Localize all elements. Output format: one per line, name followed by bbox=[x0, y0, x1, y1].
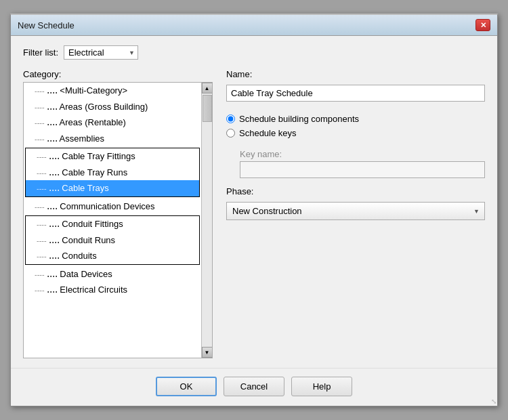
key-name-input[interactable] bbox=[240, 161, 485, 178]
radio-keys[interactable] bbox=[226, 129, 235, 138]
scroll-up-button[interactable]: ▲ bbox=[202, 83, 213, 93]
list-item-cable-tray-runs[interactable]: ․․․․ Cable Tray Runs bbox=[26, 165, 199, 181]
title-bar: New Schedule ✕ bbox=[11, 15, 497, 36]
filter-row: Filter list: Electrical Architecture Str… bbox=[23, 45, 485, 60]
ok-button[interactable]: OK bbox=[156, 377, 217, 396]
category-list[interactable]: ․․․․ <Multi-Category> ․․․․ Areas (Gross … bbox=[24, 83, 201, 358]
footer: OK Cancel Help bbox=[11, 368, 497, 406]
list-item-cable-tray-fittings[interactable]: ․․․․ Cable Tray Fittings bbox=[26, 148, 199, 165]
radio-components-label[interactable]: Schedule building components bbox=[239, 114, 359, 124]
right-panel: Name: Schedule building components Sched… bbox=[226, 69, 485, 358]
close-button[interactable]: ✕ bbox=[475, 19, 490, 31]
list-item[interactable]: ․․․․ Areas (Gross Building) bbox=[24, 99, 201, 115]
cancel-button[interactable]: Cancel bbox=[224, 377, 284, 396]
category-list-container: ․․․․ <Multi-Category> ․․․․ Areas (Gross … bbox=[23, 82, 213, 358]
radio-group: Schedule building components Schedule ke… bbox=[226, 114, 485, 138]
filter-label: Filter list: bbox=[23, 47, 58, 58]
main-content: Category: ․․․․ <Multi-Category> ․․․․ Are… bbox=[23, 69, 485, 358]
help-button[interactable]: Help bbox=[291, 377, 352, 396]
category-label: Category: bbox=[23, 69, 213, 79]
phase-select[interactable]: New Construction Existing bbox=[226, 202, 485, 220]
key-name-label: Key name: bbox=[240, 149, 485, 159]
radio-keys-label[interactable]: Schedule keys bbox=[239, 128, 297, 138]
resize-handle[interactable]: ⤡ bbox=[491, 398, 496, 405]
dialog-body: Filter list: Electrical Architecture Str… bbox=[11, 36, 497, 368]
radio-row-keys: Schedule keys bbox=[226, 128, 485, 138]
list-item[interactable]: ․․․․ Assemblies bbox=[24, 131, 201, 147]
scroll-down-button[interactable]: ▼ bbox=[202, 347, 213, 358]
list-group-1: ․․․․ Cable Tray Fittings ․․․․ Cable Tray… bbox=[25, 148, 200, 197]
list-item-conduits[interactable]: ․․․․ Conduits bbox=[26, 248, 199, 264]
name-section: Name: bbox=[226, 69, 485, 102]
list-item-conduit-fittings[interactable]: ․․․․ Conduit Fittings bbox=[26, 216, 199, 232]
list-item[interactable]: ․․․․ <Multi-Category> bbox=[24, 83, 201, 99]
list-item-communication-devices[interactable]: ․․․․ Communication Devices bbox=[24, 198, 201, 215]
phase-section: Phase: New Construction Existing bbox=[226, 186, 485, 220]
list-group-2: ․․․․ Conduit Fittings ․․․․ Conduit Runs … bbox=[25, 215, 200, 265]
filter-select[interactable]: Electrical Architecture Structure bbox=[64, 45, 138, 60]
phase-select-wrapper: New Construction Existing bbox=[226, 202, 485, 220]
name-input[interactable] bbox=[226, 85, 485, 102]
list-item-electrical-circuits[interactable]: ․․․․ Electrical Circuits bbox=[24, 282, 201, 298]
name-label: Name: bbox=[226, 69, 485, 79]
key-name-section: Key name: bbox=[226, 149, 485, 178]
new-schedule-dialog: New Schedule ✕ Filter list: Electrical A… bbox=[10, 14, 498, 406]
dialog-title: New Schedule bbox=[18, 20, 75, 30]
radio-row-components: Schedule building components bbox=[226, 114, 485, 124]
left-panel: Category: ․․․․ <Multi-Category> ․․․․ Are… bbox=[23, 69, 213, 358]
phase-label: Phase: bbox=[226, 186, 485, 196]
scroll-thumb[interactable] bbox=[203, 95, 212, 122]
radio-components[interactable] bbox=[226, 114, 235, 123]
list-item[interactable]: ․․․․ Areas (Rentable) bbox=[24, 114, 201, 131]
list-item-data-devices[interactable]: ․․․․ Data Devices bbox=[24, 266, 201, 282]
list-item-cable-trays[interactable]: ․․․․ Cable Trays bbox=[26, 180, 199, 196]
scrollbar[interactable]: ▲ ▼ bbox=[201, 83, 212, 358]
filter-select-wrapper: Electrical Architecture Structure bbox=[64, 45, 138, 60]
list-item-conduit-runs[interactable]: ․․․․ Conduit Runs bbox=[26, 232, 199, 249]
